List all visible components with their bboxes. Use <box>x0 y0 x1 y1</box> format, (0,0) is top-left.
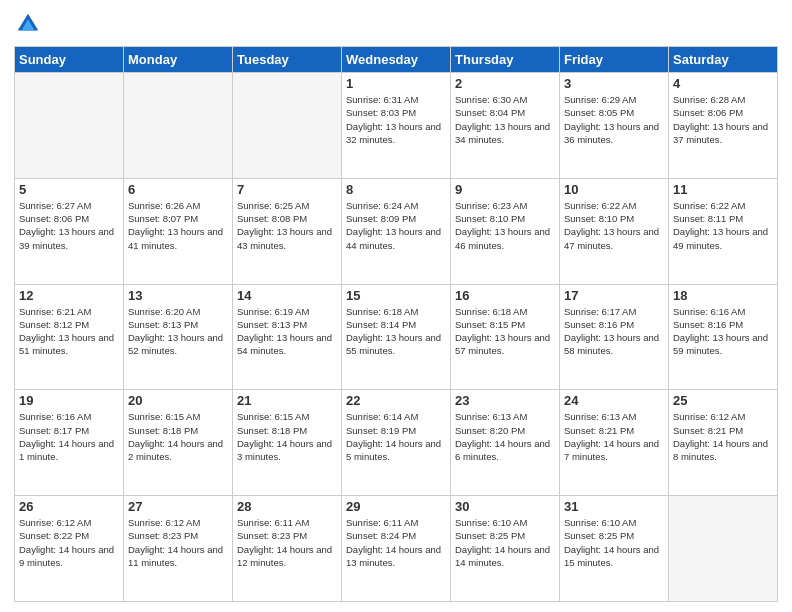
day-info: Sunrise: 6:10 AM Sunset: 8:25 PM Dayligh… <box>455 516 555 569</box>
day-number: 30 <box>455 499 555 514</box>
day-number: 17 <box>564 288 664 303</box>
day-cell: 13Sunrise: 6:20 AM Sunset: 8:13 PM Dayli… <box>124 284 233 390</box>
day-cell: 6Sunrise: 6:26 AM Sunset: 8:07 PM Daylig… <box>124 178 233 284</box>
day-info: Sunrise: 6:15 AM Sunset: 8:18 PM Dayligh… <box>237 410 337 463</box>
day-info: Sunrise: 6:16 AM Sunset: 8:16 PM Dayligh… <box>673 305 773 358</box>
day-number: 10 <box>564 182 664 197</box>
day-info: Sunrise: 6:13 AM Sunset: 8:20 PM Dayligh… <box>455 410 555 463</box>
logo <box>14 10 46 38</box>
day-cell: 28Sunrise: 6:11 AM Sunset: 8:23 PM Dayli… <box>233 496 342 602</box>
day-info: Sunrise: 6:10 AM Sunset: 8:25 PM Dayligh… <box>564 516 664 569</box>
day-cell: 8Sunrise: 6:24 AM Sunset: 8:09 PM Daylig… <box>342 178 451 284</box>
day-number: 24 <box>564 393 664 408</box>
day-info: Sunrise: 6:24 AM Sunset: 8:09 PM Dayligh… <box>346 199 446 252</box>
day-info: Sunrise: 6:11 AM Sunset: 8:24 PM Dayligh… <box>346 516 446 569</box>
day-number: 29 <box>346 499 446 514</box>
header <box>14 10 778 38</box>
day-cell: 25Sunrise: 6:12 AM Sunset: 8:21 PM Dayli… <box>669 390 778 496</box>
day-number: 31 <box>564 499 664 514</box>
calendar-body: 1Sunrise: 6:31 AM Sunset: 8:03 PM Daylig… <box>15 73 778 602</box>
page: SundayMondayTuesdayWednesdayThursdayFrid… <box>0 0 792 612</box>
day-info: Sunrise: 6:21 AM Sunset: 8:12 PM Dayligh… <box>19 305 119 358</box>
day-number: 23 <box>455 393 555 408</box>
week-row-4: 26Sunrise: 6:12 AM Sunset: 8:22 PM Dayli… <box>15 496 778 602</box>
day-number: 20 <box>128 393 228 408</box>
day-cell: 15Sunrise: 6:18 AM Sunset: 8:14 PM Dayli… <box>342 284 451 390</box>
day-number: 22 <box>346 393 446 408</box>
day-cell: 5Sunrise: 6:27 AM Sunset: 8:06 PM Daylig… <box>15 178 124 284</box>
day-info: Sunrise: 6:18 AM Sunset: 8:14 PM Dayligh… <box>346 305 446 358</box>
header-row: SundayMondayTuesdayWednesdayThursdayFrid… <box>15 47 778 73</box>
day-cell: 1Sunrise: 6:31 AM Sunset: 8:03 PM Daylig… <box>342 73 451 179</box>
day-info: Sunrise: 6:17 AM Sunset: 8:16 PM Dayligh… <box>564 305 664 358</box>
day-cell <box>124 73 233 179</box>
day-cell: 31Sunrise: 6:10 AM Sunset: 8:25 PM Dayli… <box>560 496 669 602</box>
day-cell: 11Sunrise: 6:22 AM Sunset: 8:11 PM Dayli… <box>669 178 778 284</box>
day-number: 6 <box>128 182 228 197</box>
day-cell: 16Sunrise: 6:18 AM Sunset: 8:15 PM Dayli… <box>451 284 560 390</box>
day-cell: 26Sunrise: 6:12 AM Sunset: 8:22 PM Dayli… <box>15 496 124 602</box>
day-number: 16 <box>455 288 555 303</box>
day-info: Sunrise: 6:12 AM Sunset: 8:23 PM Dayligh… <box>128 516 228 569</box>
day-number: 27 <box>128 499 228 514</box>
day-info: Sunrise: 6:22 AM Sunset: 8:11 PM Dayligh… <box>673 199 773 252</box>
day-cell: 7Sunrise: 6:25 AM Sunset: 8:08 PM Daylig… <box>233 178 342 284</box>
day-number: 4 <box>673 76 773 91</box>
day-info: Sunrise: 6:18 AM Sunset: 8:15 PM Dayligh… <box>455 305 555 358</box>
week-row-1: 5Sunrise: 6:27 AM Sunset: 8:06 PM Daylig… <box>15 178 778 284</box>
day-number: 5 <box>19 182 119 197</box>
day-cell: 2Sunrise: 6:30 AM Sunset: 8:04 PM Daylig… <box>451 73 560 179</box>
day-info: Sunrise: 6:12 AM Sunset: 8:21 PM Dayligh… <box>673 410 773 463</box>
day-number: 11 <box>673 182 773 197</box>
calendar-header: SundayMondayTuesdayWednesdayThursdayFrid… <box>15 47 778 73</box>
day-cell: 29Sunrise: 6:11 AM Sunset: 8:24 PM Dayli… <box>342 496 451 602</box>
day-number: 7 <box>237 182 337 197</box>
day-cell: 19Sunrise: 6:16 AM Sunset: 8:17 PM Dayli… <box>15 390 124 496</box>
col-header-monday: Monday <box>124 47 233 73</box>
day-cell: 27Sunrise: 6:12 AM Sunset: 8:23 PM Dayli… <box>124 496 233 602</box>
day-info: Sunrise: 6:14 AM Sunset: 8:19 PM Dayligh… <box>346 410 446 463</box>
day-info: Sunrise: 6:19 AM Sunset: 8:13 PM Dayligh… <box>237 305 337 358</box>
col-header-tuesday: Tuesday <box>233 47 342 73</box>
week-row-0: 1Sunrise: 6:31 AM Sunset: 8:03 PM Daylig… <box>15 73 778 179</box>
day-cell <box>669 496 778 602</box>
week-row-2: 12Sunrise: 6:21 AM Sunset: 8:12 PM Dayli… <box>15 284 778 390</box>
day-number: 9 <box>455 182 555 197</box>
day-number: 13 <box>128 288 228 303</box>
logo-icon <box>14 10 42 38</box>
day-cell: 4Sunrise: 6:28 AM Sunset: 8:06 PM Daylig… <box>669 73 778 179</box>
day-info: Sunrise: 6:16 AM Sunset: 8:17 PM Dayligh… <box>19 410 119 463</box>
day-info: Sunrise: 6:29 AM Sunset: 8:05 PM Dayligh… <box>564 93 664 146</box>
day-number: 25 <box>673 393 773 408</box>
day-cell: 18Sunrise: 6:16 AM Sunset: 8:16 PM Dayli… <box>669 284 778 390</box>
day-info: Sunrise: 6:11 AM Sunset: 8:23 PM Dayligh… <box>237 516 337 569</box>
week-row-3: 19Sunrise: 6:16 AM Sunset: 8:17 PM Dayli… <box>15 390 778 496</box>
day-cell: 24Sunrise: 6:13 AM Sunset: 8:21 PM Dayli… <box>560 390 669 496</box>
col-header-saturday: Saturday <box>669 47 778 73</box>
day-info: Sunrise: 6:12 AM Sunset: 8:22 PM Dayligh… <box>19 516 119 569</box>
day-number: 14 <box>237 288 337 303</box>
day-number: 3 <box>564 76 664 91</box>
day-cell: 9Sunrise: 6:23 AM Sunset: 8:10 PM Daylig… <box>451 178 560 284</box>
day-cell: 10Sunrise: 6:22 AM Sunset: 8:10 PM Dayli… <box>560 178 669 284</box>
day-number: 2 <box>455 76 555 91</box>
day-info: Sunrise: 6:30 AM Sunset: 8:04 PM Dayligh… <box>455 93 555 146</box>
day-info: Sunrise: 6:27 AM Sunset: 8:06 PM Dayligh… <box>19 199 119 252</box>
day-cell: 23Sunrise: 6:13 AM Sunset: 8:20 PM Dayli… <box>451 390 560 496</box>
day-info: Sunrise: 6:28 AM Sunset: 8:06 PM Dayligh… <box>673 93 773 146</box>
col-header-sunday: Sunday <box>15 47 124 73</box>
day-info: Sunrise: 6:22 AM Sunset: 8:10 PM Dayligh… <box>564 199 664 252</box>
day-cell: 30Sunrise: 6:10 AM Sunset: 8:25 PM Dayli… <box>451 496 560 602</box>
day-info: Sunrise: 6:31 AM Sunset: 8:03 PM Dayligh… <box>346 93 446 146</box>
day-number: 26 <box>19 499 119 514</box>
day-info: Sunrise: 6:26 AM Sunset: 8:07 PM Dayligh… <box>128 199 228 252</box>
day-number: 18 <box>673 288 773 303</box>
day-info: Sunrise: 6:13 AM Sunset: 8:21 PM Dayligh… <box>564 410 664 463</box>
day-cell <box>233 73 342 179</box>
day-cell: 22Sunrise: 6:14 AM Sunset: 8:19 PM Dayli… <box>342 390 451 496</box>
day-number: 15 <box>346 288 446 303</box>
day-cell: 12Sunrise: 6:21 AM Sunset: 8:12 PM Dayli… <box>15 284 124 390</box>
day-cell: 21Sunrise: 6:15 AM Sunset: 8:18 PM Dayli… <box>233 390 342 496</box>
day-info: Sunrise: 6:15 AM Sunset: 8:18 PM Dayligh… <box>128 410 228 463</box>
day-number: 1 <box>346 76 446 91</box>
